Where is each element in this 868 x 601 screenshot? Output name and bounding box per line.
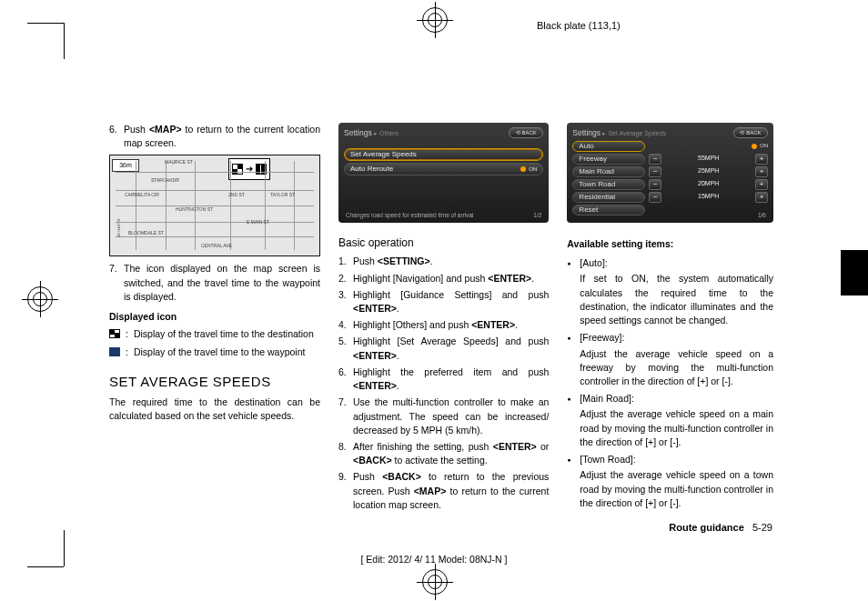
setting-item: ●[Auto]:If set to ON, the system automat… xyxy=(567,256,773,327)
step: 4.Highlight [Others] and push <ENTER>. xyxy=(338,318,549,332)
step: 2.Highlight [Navigation] and push <ENTER… xyxy=(338,272,549,285)
step: 5.Highlight [Set Average Speeds] and pus… xyxy=(338,335,549,362)
back-button: ⟲ BACK xyxy=(733,127,768,138)
step-7: 7. The icon displayed on the map screen … xyxy=(109,262,320,304)
step: 7.Use the multi-function controller to m… xyxy=(338,396,549,437)
speed-row-reset: Reset xyxy=(572,204,768,215)
speed-row-freeway: Freeway−55MPH+ xyxy=(572,153,768,165)
waypoint-flag-icon xyxy=(109,347,120,356)
displayed-icon-heading: Displayed icon xyxy=(109,310,320,324)
basic-operation-heading: Basic operation xyxy=(338,235,549,251)
map-image: 36m ➔ MAURICE ST STAROAKDR CARMELITA CIR… xyxy=(109,155,320,256)
step: 9.Push <BACK> to return to the previous … xyxy=(338,470,549,512)
step: 1.Push <SETTING>. xyxy=(338,255,549,268)
back-button: ⟲ BACK xyxy=(509,127,543,138)
step: 6.Highlight the preferred item and push … xyxy=(338,366,549,393)
icon-destination: : Display of the travel time to the dest… xyxy=(109,327,320,341)
footer-edit: [ Edit: 2012/ 4/ 11 Model: 08NJ-N ] xyxy=(0,554,868,565)
speed-row-residential: Residential−15MPH+ xyxy=(572,191,768,203)
column-right: Settings ▸ Set Average Speeds ⟲ BACK Aut… xyxy=(567,123,773,550)
step-6: 6. Push <MAP> to return to the current l… xyxy=(109,123,320,150)
settings-speeds-screenshot: Settings ▸ Set Average Speeds ⟲ BACK Aut… xyxy=(567,123,773,223)
set-average-speeds-desc: The required time to the destination can… xyxy=(109,396,320,423)
settings-others-screenshot: Settings ▸ Others ⟲ BACK Set Average Spe… xyxy=(338,123,549,223)
icon-waypoint: : Display of the travel time to the wayp… xyxy=(109,346,320,359)
step: 3.Highlight [Guidance Settings] and push… xyxy=(338,288,549,316)
plate-label: Black plate (113,1) xyxy=(537,20,621,31)
setting-item: ●[Freeway]:Adjust the average vehicle sp… xyxy=(567,331,773,388)
step: 8.After finishing the setting, push <ENT… xyxy=(338,440,549,467)
row-auto-reroute: Auto Reroute ON xyxy=(344,163,543,175)
speed-row-town-road: Town Road−20MPH+ xyxy=(572,178,768,190)
checkered-flag-icon xyxy=(109,329,120,338)
column-middle: Settings ▸ Others ⟲ BACK Set Average Spe… xyxy=(338,123,549,550)
footer-section: Route guidance 5-29 xyxy=(669,522,772,533)
set-average-speeds-heading: SET AVERAGE SPEEDS xyxy=(109,372,320,392)
thumb-tab xyxy=(841,250,868,295)
speed-row-auto: AutoON xyxy=(572,140,768,152)
speed-row-main-road: Main Road−25MPH+ xyxy=(572,165,768,177)
setting-item: ●[Town Road]:Adjust the average vehicle … xyxy=(567,453,773,510)
available-items-heading: Available setting items: xyxy=(567,237,773,251)
column-left: 6. Push <MAP> to return to the current l… xyxy=(109,123,320,550)
setting-item: ●[Main Road]:Adjust the average vehicle … xyxy=(567,392,773,449)
row-set-average-speeds: Set Average Speeds xyxy=(344,148,543,161)
